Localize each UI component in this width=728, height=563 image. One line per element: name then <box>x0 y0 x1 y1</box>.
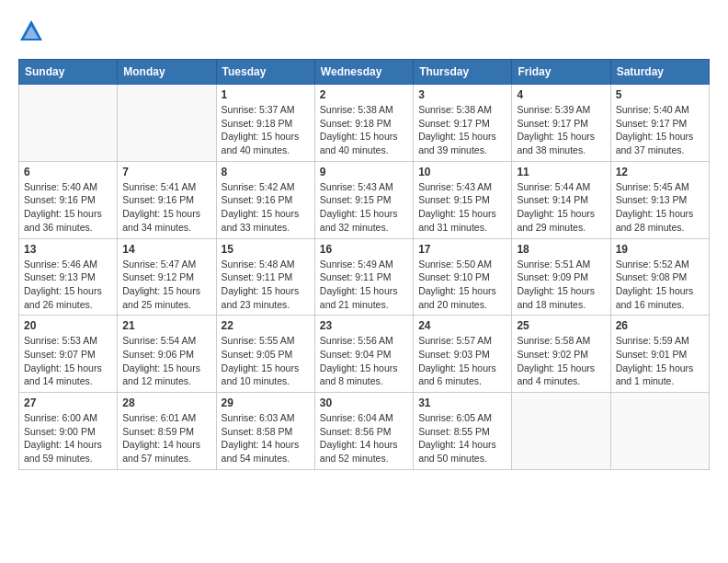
calendar-day-cell: 21Sunrise: 5:54 AM Sunset: 9:06 PM Dayli… <box>118 316 216 393</box>
day-info: Sunrise: 5:40 AM Sunset: 9:17 PM Dayligh… <box>616 103 704 157</box>
calendar-day-cell: 19Sunrise: 5:52 AM Sunset: 9:08 PM Dayli… <box>610 238 709 316</box>
day-info: Sunrise: 5:37 AM Sunset: 9:18 PM Dayligh… <box>222 103 310 157</box>
day-info: Sunrise: 5:40 AM Sunset: 9:16 PM Dayligh… <box>24 180 112 235</box>
calendar-day-cell: 31Sunrise: 6:05 AM Sunset: 8:55 PM Dayli… <box>414 393 512 470</box>
day-info: Sunrise: 6:00 AM Sunset: 9:00 PM Dayligh… <box>24 411 112 465</box>
calendar-day-cell: 30Sunrise: 6:04 AM Sunset: 8:56 PM Dayli… <box>314 393 413 470</box>
calendar-week-row: 6Sunrise: 5:40 AM Sunset: 9:16 PM Daylig… <box>19 161 710 238</box>
logo <box>18 18 48 44</box>
day-info: Sunrise: 5:47 AM Sunset: 9:12 PM Dayligh… <box>122 258 210 312</box>
day-info: Sunrise: 5:38 AM Sunset: 9:18 PM Dayligh… <box>320 103 408 157</box>
day-info: Sunrise: 5:46 AM Sunset: 9:13 PM Dayligh… <box>24 258 112 312</box>
day-info: Sunrise: 5:45 AM Sunset: 9:13 PM Dayligh… <box>616 180 704 235</box>
calendar-day-cell: 16Sunrise: 5:49 AM Sunset: 9:11 PM Dayli… <box>314 238 413 316</box>
day-info: Sunrise: 5:42 AM Sunset: 9:16 PM Dayligh… <box>222 180 310 235</box>
day-of-week-header: Friday <box>512 60 610 85</box>
day-info: Sunrise: 6:05 AM Sunset: 8:55 PM Dayligh… <box>418 411 506 465</box>
day-number: 26 <box>616 319 704 332</box>
day-number: 15 <box>222 243 310 256</box>
day-number: 6 <box>24 166 112 178</box>
calendar-day-cell: 15Sunrise: 5:48 AM Sunset: 9:11 PM Dayli… <box>216 238 314 316</box>
calendar-day-cell: 11Sunrise: 5:44 AM Sunset: 9:14 PM Dayli… <box>512 161 610 238</box>
day-info: Sunrise: 5:48 AM Sunset: 9:11 PM Dayligh… <box>222 258 310 312</box>
calendar-day-cell: 22Sunrise: 5:55 AM Sunset: 9:05 PM Dayli… <box>216 316 314 393</box>
day-info: Sunrise: 5:38 AM Sunset: 9:17 PM Dayligh… <box>418 103 506 157</box>
calendar-day-cell: 12Sunrise: 5:45 AM Sunset: 9:13 PM Dayli… <box>610 161 709 238</box>
calendar-week-row: 27Sunrise: 6:00 AM Sunset: 9:00 PM Dayli… <box>19 393 710 470</box>
page-header <box>18 18 710 44</box>
day-info: Sunrise: 6:04 AM Sunset: 8:56 PM Dayligh… <box>320 411 408 465</box>
day-number: 20 <box>24 319 112 332</box>
calendar-day-cell: 2Sunrise: 5:38 AM Sunset: 9:18 PM Daylig… <box>314 85 413 162</box>
calendar-day-cell: 6Sunrise: 5:40 AM Sunset: 9:16 PM Daylig… <box>19 161 118 238</box>
calendar-day-cell: 9Sunrise: 5:43 AM Sunset: 9:15 PM Daylig… <box>314 161 413 238</box>
day-info: Sunrise: 5:43 AM Sunset: 9:15 PM Dayligh… <box>418 180 506 235</box>
day-number: 9 <box>320 166 408 178</box>
day-info: Sunrise: 5:49 AM Sunset: 9:11 PM Dayligh… <box>320 258 408 312</box>
calendar-day-cell <box>512 393 610 470</box>
calendar-day-cell: 20Sunrise: 5:53 AM Sunset: 9:07 PM Dayli… <box>19 316 118 393</box>
calendar-day-cell: 5Sunrise: 5:40 AM Sunset: 9:17 PM Daylig… <box>610 85 709 162</box>
calendar-day-cell: 4Sunrise: 5:39 AM Sunset: 9:17 PM Daylig… <box>512 85 610 162</box>
day-number: 3 <box>418 88 506 101</box>
day-number: 29 <box>222 396 310 409</box>
calendar-day-cell: 26Sunrise: 5:59 AM Sunset: 9:01 PM Dayli… <box>610 316 709 393</box>
calendar-header-row: SundayMondayTuesdayWednesdayThursdayFrid… <box>19 60 710 85</box>
logo-icon <box>18 18 44 44</box>
calendar-week-row: 20Sunrise: 5:53 AM Sunset: 9:07 PM Dayli… <box>19 316 710 393</box>
calendar-day-cell <box>19 85 118 162</box>
day-number: 7 <box>122 166 210 178</box>
day-number: 2 <box>320 88 408 101</box>
day-number: 12 <box>616 166 704 178</box>
calendar-day-cell: 10Sunrise: 5:43 AM Sunset: 9:15 PM Dayli… <box>414 161 512 238</box>
day-of-week-header: Tuesday <box>216 60 314 85</box>
day-info: Sunrise: 6:01 AM Sunset: 8:59 PM Dayligh… <box>122 411 210 465</box>
day-info: Sunrise: 5:41 AM Sunset: 9:16 PM Dayligh… <box>122 180 210 235</box>
calendar-day-cell: 1Sunrise: 5:37 AM Sunset: 9:18 PM Daylig… <box>216 85 314 162</box>
day-number: 10 <box>418 166 506 178</box>
day-of-week-header: Monday <box>118 60 216 85</box>
day-info: Sunrise: 5:53 AM Sunset: 9:07 PM Dayligh… <box>24 334 112 388</box>
calendar-week-row: 13Sunrise: 5:46 AM Sunset: 9:13 PM Dayli… <box>19 238 710 316</box>
day-number: 4 <box>517 88 605 101</box>
calendar-day-cell: 18Sunrise: 5:51 AM Sunset: 9:09 PM Dayli… <box>512 238 610 316</box>
day-of-week-header: Sunday <box>19 60 118 85</box>
day-info: Sunrise: 5:51 AM Sunset: 9:09 PM Dayligh… <box>517 258 605 312</box>
day-number: 8 <box>222 166 310 178</box>
day-of-week-header: Wednesday <box>314 60 413 85</box>
day-info: Sunrise: 5:58 AM Sunset: 9:02 PM Dayligh… <box>517 334 605 388</box>
calendar-day-cell: 14Sunrise: 5:47 AM Sunset: 9:12 PM Dayli… <box>118 238 216 316</box>
calendar-day-cell: 13Sunrise: 5:46 AM Sunset: 9:13 PM Dayli… <box>19 238 118 316</box>
calendar-day-cell: 3Sunrise: 5:38 AM Sunset: 9:17 PM Daylig… <box>414 85 512 162</box>
calendar-week-row: 1Sunrise: 5:37 AM Sunset: 9:18 PM Daylig… <box>19 85 710 162</box>
day-number: 19 <box>616 243 704 256</box>
day-info: Sunrise: 5:52 AM Sunset: 9:08 PM Dayligh… <box>616 258 704 312</box>
day-number: 14 <box>122 243 210 256</box>
calendar-day-cell: 27Sunrise: 6:00 AM Sunset: 9:00 PM Dayli… <box>19 393 118 470</box>
day-number: 17 <box>418 243 506 256</box>
day-number: 11 <box>517 166 605 178</box>
calendar-day-cell <box>610 393 709 470</box>
day-info: Sunrise: 5:50 AM Sunset: 9:10 PM Dayligh… <box>418 258 506 312</box>
calendar-day-cell: 28Sunrise: 6:01 AM Sunset: 8:59 PM Dayli… <box>118 393 216 470</box>
calendar-day-cell: 24Sunrise: 5:57 AM Sunset: 9:03 PM Dayli… <box>414 316 512 393</box>
day-info: Sunrise: 5:39 AM Sunset: 9:17 PM Dayligh… <box>517 103 605 157</box>
day-number: 18 <box>517 243 605 256</box>
calendar: SundayMondayTuesdayWednesdayThursdayFrid… <box>18 59 710 470</box>
day-info: Sunrise: 5:59 AM Sunset: 9:01 PM Dayligh… <box>616 334 704 388</box>
day-number: 25 <box>517 319 605 332</box>
calendar-day-cell <box>118 85 216 162</box>
day-info: Sunrise: 5:56 AM Sunset: 9:04 PM Dayligh… <box>320 334 408 388</box>
calendar-day-cell: 8Sunrise: 5:42 AM Sunset: 9:16 PM Daylig… <box>216 161 314 238</box>
day-number: 22 <box>222 319 310 332</box>
day-number: 21 <box>122 319 210 332</box>
day-number: 1 <box>222 88 310 101</box>
day-number: 23 <box>320 319 408 332</box>
day-number: 24 <box>418 319 506 332</box>
calendar-day-cell: 7Sunrise: 5:41 AM Sunset: 9:16 PM Daylig… <box>118 161 216 238</box>
day-number: 13 <box>24 243 112 256</box>
calendar-day-cell: 23Sunrise: 5:56 AM Sunset: 9:04 PM Dayli… <box>314 316 413 393</box>
day-info: Sunrise: 5:54 AM Sunset: 9:06 PM Dayligh… <box>122 334 210 388</box>
day-number: 16 <box>320 243 408 256</box>
day-info: Sunrise: 5:55 AM Sunset: 9:05 PM Dayligh… <box>222 334 310 388</box>
